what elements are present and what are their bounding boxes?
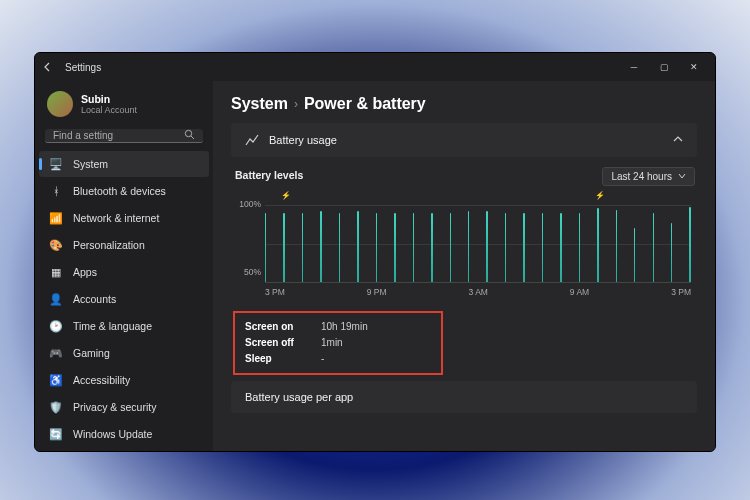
sidebar-item-gaming[interactable]: 🎮Gaming: [39, 340, 209, 366]
chart-bar: [597, 208, 598, 282]
user-account-type: Local Account: [81, 105, 137, 115]
sidebar-item-time-language[interactable]: 🕑Time & language: [39, 313, 209, 339]
page-title: Power & battery: [304, 95, 426, 113]
search-input[interactable]: Find a setting: [45, 129, 203, 143]
screen-stats: Screen on10h 19min Screen off1min Sleep-: [233, 311, 443, 375]
chart-bar: [523, 213, 524, 282]
sidebar-item-label: Network & internet: [73, 212, 159, 224]
chart-icon: [245, 133, 259, 147]
xlabel: 3 AM: [469, 287, 488, 297]
person-icon: 👤: [49, 292, 63, 306]
ylabel-50: 50%: [233, 267, 261, 277]
stat-value: 1min: [321, 335, 343, 351]
chart-bar: [283, 213, 284, 282]
sidebar-item-label: Accounts: [73, 293, 116, 305]
sidebar-item-accessibility[interactable]: ♿Accessibility: [39, 367, 209, 393]
chart-bar: [689, 207, 690, 282]
chart-bar: [413, 213, 414, 282]
battery-usage-title: Battery usage: [269, 134, 337, 146]
stat-value: -: [321, 351, 324, 367]
per-app-panel[interactable]: Battery usage per app: [231, 381, 697, 413]
paint-icon: 🎨: [49, 238, 63, 252]
clock-icon: 🕑: [49, 319, 63, 333]
breadcrumb-root[interactable]: System: [231, 95, 288, 113]
chart-bar: [671, 223, 672, 282]
avatar: [47, 91, 73, 117]
titlebar: Settings ─ ▢ ✕: [35, 53, 715, 81]
maximize-button[interactable]: ▢: [649, 53, 679, 81]
chart-bar: [579, 213, 580, 282]
battery-chart: 100% 50% ⚡⚡ 3 PM 9 PM 3 AM 9 AM 3 PM: [233, 193, 695, 303]
chart-bar: [394, 213, 395, 282]
sidebar-item-label: Apps: [73, 266, 97, 278]
sidebar-item-personalization[interactable]: 🎨Personalization: [39, 232, 209, 258]
sidebar-item-label: System: [73, 158, 108, 170]
svg-point-0: [185, 130, 191, 136]
sidebar: Subin Local Account Find a setting 🖥️Sys…: [35, 81, 213, 451]
user-block[interactable]: Subin Local Account: [39, 85, 209, 127]
apps-icon: ▦: [49, 265, 63, 279]
sidebar-item-privacy-security[interactable]: 🛡️Privacy & security: [39, 394, 209, 420]
chart-bar: [616, 210, 617, 282]
stat-key: Screen on: [245, 319, 303, 335]
nav-list: 🖥️SystemᚼBluetooth & devices📶Network & i…: [39, 151, 209, 447]
ylabel-100: 100%: [233, 199, 261, 209]
chart-bar: [431, 213, 432, 282]
chevron-right-icon: ›: [294, 97, 298, 111]
search-icon: [184, 129, 195, 142]
sidebar-item-label: Time & language: [73, 320, 152, 332]
sidebar-item-accounts[interactable]: 👤Accounts: [39, 286, 209, 312]
sidebar-item-label: Privacy & security: [73, 401, 156, 413]
chart-bar: [265, 213, 266, 282]
settings-window: Settings ─ ▢ ✕ Subin Local Account Find …: [34, 52, 716, 452]
sidebar-item-label: Bluetooth & devices: [73, 185, 166, 197]
sidebar-item-network-internet[interactable]: 📶Network & internet: [39, 205, 209, 231]
chevron-down-icon: [678, 171, 686, 182]
svg-line-1: [191, 136, 194, 139]
sidebar-item-bluetooth-devices[interactable]: ᚼBluetooth & devices: [39, 178, 209, 204]
chart-bar: [634, 228, 635, 282]
chart-bar: [450, 213, 451, 282]
time-range-label: Last 24 hours: [611, 171, 672, 182]
sidebar-item-label: Gaming: [73, 347, 110, 359]
xlabel: 3 PM: [671, 287, 691, 297]
chart-bar: [505, 213, 506, 282]
close-button[interactable]: ✕: [679, 53, 709, 81]
sidebar-item-apps[interactable]: ▦Apps: [39, 259, 209, 285]
chart-bar: [542, 213, 543, 282]
chart-bar: [486, 211, 487, 282]
charging-icon: ⚡: [595, 191, 605, 200]
content: Subin Local Account Find a setting 🖥️Sys…: [35, 81, 715, 451]
chart-bar: [320, 211, 321, 282]
charging-icon: ⚡: [281, 191, 291, 200]
chart-bar: [560, 213, 561, 282]
chart-bar: [339, 213, 340, 282]
xlabel: 3 PM: [265, 287, 285, 297]
chevron-up-icon: [673, 134, 683, 146]
wifi-icon: 📶: [49, 211, 63, 225]
breadcrumb: System › Power & battery: [231, 95, 697, 113]
sidebar-item-system[interactable]: 🖥️System: [39, 151, 209, 177]
stat-key: Screen off: [245, 335, 303, 351]
accessibility-icon: ♿: [49, 373, 63, 387]
update-icon: 🔄: [49, 427, 63, 441]
time-range-dropdown[interactable]: Last 24 hours: [602, 167, 695, 186]
gamepad-icon: 🎮: [49, 346, 63, 360]
search-placeholder: Find a setting: [53, 130, 113, 141]
window-controls: ─ ▢ ✕: [619, 53, 709, 81]
battery-usage-panel[interactable]: Battery usage: [231, 123, 697, 157]
user-name: Subin: [81, 93, 137, 105]
chart-bar: [376, 213, 377, 282]
chart-bar: [653, 213, 654, 282]
chart-bar: [302, 213, 303, 282]
monitor-icon: 🖥️: [49, 157, 63, 171]
sidebar-item-windows-update[interactable]: 🔄Windows Update: [39, 421, 209, 447]
chart-bar: [468, 211, 469, 282]
back-icon[interactable]: [41, 60, 55, 74]
xlabel: 9 PM: [367, 287, 387, 297]
battery-levels-title: Battery levels: [235, 169, 303, 181]
minimize-button[interactable]: ─: [619, 53, 649, 81]
xlabel: 9 AM: [570, 287, 589, 297]
sidebar-item-label: Personalization: [73, 239, 145, 251]
chart-bar: [357, 211, 358, 282]
